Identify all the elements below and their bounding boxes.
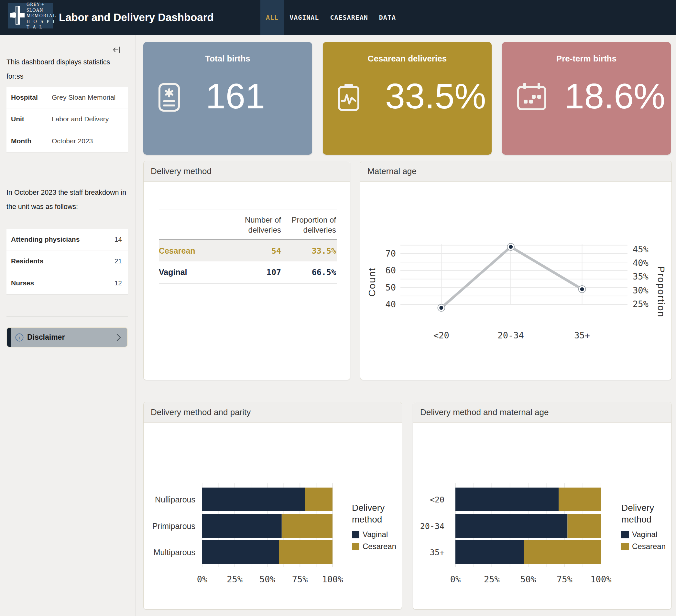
row-count: 54 [224,240,282,262]
staff-value: 12 [114,279,122,287]
panel-title: Delivery method [144,161,350,182]
svg-text:Delivery: Delivery [352,503,385,513]
staff-table: Attending physicians 14 Residents 21 Nur… [6,229,128,294]
calendar-icon [517,83,547,113]
kpi-title: Cesarean deliveries [323,54,492,64]
maternal-age-line-chart: 4050607025%30%35%40%45%<2020-3435+CountP… [360,182,671,381]
svg-text:25%: 25% [484,574,500,584]
kpi-value: 18.6% [564,78,665,114]
info-label: Month [11,137,52,145]
svg-text:45%: 45% [633,244,649,254]
column-header: Number of deliveries [224,210,282,240]
clipboard-pulse-icon [338,83,360,113]
tab-all[interactable]: ALL [260,0,284,35]
svg-text:Primiparous: Primiparous [152,521,195,530]
info-label: Hospital [11,94,52,101]
staff-label: Nurses [11,279,34,287]
svg-text:Cesarean: Cesarean [362,542,396,551]
table-row: Residents 21 [6,250,128,272]
kpi-total-births: Total births 161 [143,42,312,155]
chevron-right-icon [116,333,121,342]
svg-text:50: 50 [385,282,396,292]
table-row: Unit Labor and Delivery [6,108,128,130]
svg-text:20-34: 20-34 [498,330,524,340]
table-row: Attending physicians 14 [6,229,128,250]
panel-maternal-age: Maternal age 4050607025%30%35%40%45%<202… [360,161,672,380]
info-icon: i [15,333,24,342]
staff-value: 14 [114,235,122,243]
svg-text:70: 70 [385,248,396,259]
tab-data[interactable]: DATA [374,0,401,35]
row-count: 107 [224,262,282,283]
svg-text:100%: 100% [590,574,611,584]
column-header: Proportion of deliveries [282,210,337,240]
tab-caesarean[interactable]: CAESAREAN [324,0,373,35]
panel-delivery-maternal-age: Delivery method and maternal age <2020-3… [413,402,671,610]
svg-text:Proportion: Proportion [656,266,667,317]
hospital-cross-icon [10,5,25,26]
row-proportion: 66.5% [282,262,337,283]
panel-delivery-parity: Delivery method and parity NulliparousPr… [143,402,402,610]
panel-title: Maternal age [360,161,671,182]
panel-title: Delivery method and parity [144,402,402,423]
row-label: Vaginal [159,262,224,283]
sidebar: This dashboard displays statistics for:s… [0,35,136,616]
logo-line1: GREY + SLOAN [26,2,56,13]
svg-text:25%: 25% [633,299,649,309]
staff-intro-text: In October 2023 the staff breakdown in t… [6,185,129,214]
svg-text:25%: 25% [227,574,242,584]
row-proportion: 33.5% [282,240,337,262]
disclaimer-button[interactable]: i Disclaimer [6,327,128,347]
info-label: Unit [11,115,52,123]
divider [6,316,128,317]
svg-text:i: i [19,335,20,341]
svg-text:method: method [352,514,382,524]
svg-text:0%: 0% [450,574,461,584]
svg-text:method: method [621,514,652,524]
logo-line2: MEMORIAL [26,13,56,19]
svg-text:50%: 50% [520,574,536,584]
svg-text:Vaginal: Vaginal [362,530,388,539]
svg-text:Delivery: Delivery [621,503,654,513]
svg-text:40: 40 [385,299,396,309]
svg-text:<20: <20 [434,330,449,340]
svg-text:35+: 35+ [430,548,444,557]
table-row: Month October 2023 [6,130,128,152]
table-row: Hospital Grey Sloan Memorial [6,87,128,108]
sidebar-collapse-icon[interactable] [113,45,122,54]
svg-text:35+: 35+ [574,330,590,340]
column-header [159,210,224,240]
tab-vaginal[interactable]: VAGINAL [284,0,324,35]
svg-text:100%: 100% [322,574,343,584]
table-row: Nurses 12 [6,272,128,294]
hospital-logo: GREY + SLOAN MEMORIAL H O S P I T A L [8,3,53,29]
app-header: GREY + SLOAN MEMORIAL H O S P I T A L La… [0,0,676,35]
delivery-method-table-body: Number of deliveries Proportion of deliv… [144,182,350,381]
svg-text:<20: <20 [430,495,444,504]
unit-info-table: Hospital Grey Sloan Memorial Unit Labor … [6,87,128,152]
svg-text:Nulliparous: Nulliparous [155,495,195,504]
divider [6,175,128,175]
svg-text:30%: 30% [633,285,649,295]
delivery-method-table: Number of deliveries Proportion of deliv… [159,210,337,283]
accent-bar [7,328,11,347]
kpi-preterm-births: Pre-term births 18.6% [502,42,671,155]
kpi-title: Total births [143,54,312,64]
kpi-value: 33.5% [385,78,486,114]
panel-delivery-method: Delivery method Number of deliveries Pro… [143,161,350,380]
svg-text:75%: 75% [557,574,572,584]
page-title: Labor and Delivery Dashboard [59,0,214,35]
svg-text:20-34: 20-34 [420,521,444,531]
info-value: Grey Sloan Memorial [52,94,115,101]
row-label: Cesarean [159,240,224,262]
svg-text:Multiparous: Multiparous [154,548,195,557]
kpi-title: Pre-term births [502,54,671,64]
svg-text:50%: 50% [260,574,275,584]
svg-text:Cesarean: Cesarean [632,542,666,551]
birth-certificate-icon [158,83,180,113]
kpi-value: 161 [206,78,265,114]
parity-stacked-bar-chart: NulliparousPrimiparousMultiparous0%25%50… [144,423,402,610]
kpi-cesarean-deliveries: Cesarean deliveries 33.5% [323,42,492,155]
staff-value: 21 [114,257,122,265]
panel-title: Delivery method and maternal age [413,402,671,423]
